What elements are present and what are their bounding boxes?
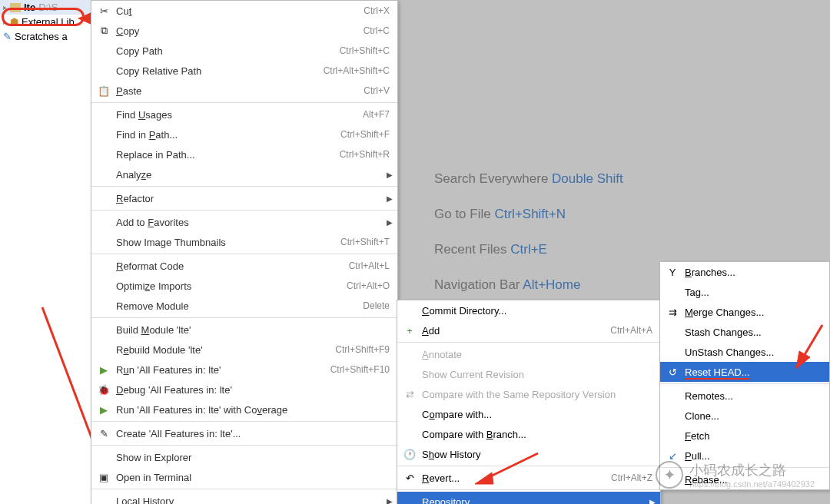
shortcut: Ctrl+Alt+Z <box>611 472 652 483</box>
menu-label: Debug 'All Features in: lte' <box>116 384 390 396</box>
shortcut: Ctrl+X <box>364 5 390 16</box>
menu-label: Compare with Branch... <box>422 429 652 440</box>
menu-label: Show in Explorer <box>116 452 390 463</box>
menu-item[interactable]: ▶Run 'All Features in: lte'Ctrl+Shift+F1… <box>91 360 397 380</box>
menu-item[interactable]: ▣Open in Terminal <box>91 467 397 487</box>
svg-marker-5 <box>475 472 493 484</box>
menu-label: Local History <box>116 496 390 505</box>
menu-label: Replace in Path... <box>116 149 340 161</box>
menu-item[interactable]: +AddCtrl+Alt+A <box>397 320 660 340</box>
menu-label: Tag... <box>685 287 822 298</box>
menu-item[interactable]: YBranches... <box>660 262 829 282</box>
copy-icon: ⧉ <box>98 25 110 37</box>
shortcut: Ctrl+Shift+F <box>340 129 390 140</box>
menu-item[interactable]: Clone... <box>660 406 829 426</box>
shortcut: Delete <box>363 300 390 311</box>
show-icon: 🕐 <box>403 448 416 460</box>
menu-item[interactable]: 🐞Debug 'All Features in: lte' <box>91 380 397 400</box>
menu-item[interactable]: Show in Explorer <box>91 447 397 467</box>
menu-item[interactable]: 📋PasteCtrl+V <box>91 81 397 101</box>
cut-icon: ✂ <box>98 5 110 17</box>
branches...-icon: Y <box>666 266 679 278</box>
menu-label: Remove Module <box>116 300 363 312</box>
menu-item[interactable]: Replace in Path...Ctrl+Shift+R <box>91 144 397 164</box>
menu-item[interactable]: Copy Relative PathCtrl+Alt+Shift+C <box>91 61 397 81</box>
pull...-icon: ↙ <box>666 449 679 462</box>
menu-item[interactable]: ▶Run 'All Features in: lte' with Coverag… <box>91 400 397 419</box>
compare-icon: ⇄ <box>403 388 416 400</box>
reset-icon: ↺ <box>666 366 679 378</box>
menu-item[interactable]: Local History▶ <box>91 491 397 504</box>
menu-label: Optimize Imports <box>116 280 347 292</box>
menu-item[interactable]: Rebuild Module 'lte'Ctrl+Shift+F9 <box>91 340 397 360</box>
paste-icon: 📋 <box>98 85 110 97</box>
menu-item[interactable]: Add to Favorites▶ <box>91 212 397 232</box>
debug-icon: 🐞 <box>98 383 110 396</box>
menu-item[interactable]: Repository▶ <box>397 492 660 504</box>
create-icon: ✎ <box>98 427 110 439</box>
menu-label: Find in Path... <box>116 129 340 141</box>
menu-label: Rebuild Module 'lte' <box>116 344 335 356</box>
menu-item[interactable]: Build Module 'lte' <box>91 320 397 340</box>
annotation-oval <box>2 8 85 26</box>
menu-item[interactable]: Remotes... <box>660 386 829 406</box>
menu-label: Show Current Revision <box>422 369 652 380</box>
annotation-arrow-icon <box>792 319 830 373</box>
context-menu: ✂CutCtrl+X⧉CopyCtrl+CCopy PathCtrl+Shift… <box>91 0 398 504</box>
menu-item[interactable]: Find UsagesAlt+F7 <box>91 104 397 124</box>
shortcut: Ctrl+Shift+F9 <box>335 344 390 355</box>
run-icon: ▶ <box>98 363 110 376</box>
shortcut: Ctrl+Shift+C <box>340 45 390 56</box>
menu-label: Commit Directory... <box>422 305 652 317</box>
menu-item[interactable]: Commit Directory... <box>397 300 660 320</box>
menu-item[interactable]: Compare with... <box>397 404 660 424</box>
menu-item: Show Current Revision <box>397 364 660 384</box>
menu-item[interactable]: Show Image ThumbnailsCtrl+Shift+T <box>91 232 397 252</box>
submenu-arrow-icon: ▶ <box>387 194 393 203</box>
menu-label: Copy <box>116 25 364 37</box>
menu-item[interactable]: Analyze▶ <box>91 164 397 184</box>
menu-label: Copy Relative Path <box>116 65 324 77</box>
annotation-arrow-icon <box>469 446 546 492</box>
menu-item[interactable]: Compare with Branch... <box>397 424 660 444</box>
menu-label: Clone... <box>685 410 822 422</box>
menu-item[interactable]: Find in Path...Ctrl+Shift+F <box>91 124 397 144</box>
revert...-icon: ↶ <box>403 472 416 484</box>
shortcut: Ctrl+Alt+Shift+C <box>324 65 390 76</box>
shortcut: Ctrl+V <box>364 85 390 96</box>
menu-item[interactable]: ⧉CopyCtrl+C <box>91 21 397 41</box>
menu-item[interactable]: Remove ModuleDelete <box>91 296 397 316</box>
welcome-hints: Search Everywhere Double Shift Go to Fil… <box>434 161 623 303</box>
menu-item[interactable]: Fetch <box>660 426 829 446</box>
menu-label: Paste <box>116 85 364 97</box>
shortcut: Ctrl+C <box>364 25 390 36</box>
menu-label: Compare with... <box>422 409 652 420</box>
menu-item[interactable]: Copy PathCtrl+Shift+C <box>91 41 397 61</box>
merge-icon: ⇉ <box>666 306 679 318</box>
run-icon: ▶ <box>98 403 110 416</box>
menu-item[interactable]: ✂CutCtrl+X <box>91 1 397 21</box>
repository-submenu: YBranches...Tag...⇉Merge Changes...Stash… <box>659 261 830 490</box>
submenu-arrow-icon: ▶ <box>387 171 393 179</box>
menu-item[interactable]: ✎Create 'All Features in: lte'... <box>91 423 397 443</box>
add-icon: + <box>403 324 416 337</box>
submenu-arrow-icon: ▶ <box>387 218 393 227</box>
submenu-arrow-icon: ▶ <box>387 497 393 505</box>
menu-label: Run 'All Features in: lte' <box>116 364 330 376</box>
menu-label: Run 'All Features in: lte' with Coverage <box>116 404 390 416</box>
menu-label: Create 'All Features in: lte'... <box>116 428 390 439</box>
menu-label: Repository <box>422 496 652 505</box>
wechat-icon: ✦ <box>656 461 683 489</box>
menu-label: Compare with the Same Repository Version <box>422 389 652 400</box>
menu-item[interactable]: Optimize ImportsCtrl+Alt+O <box>91 276 397 296</box>
watermark: ✦ 小码农成长之路 https://blog.csdn.net/a7494029… <box>656 461 815 489</box>
menu-item[interactable]: Tag... <box>660 282 829 302</box>
menu-label: Fetch <box>685 430 822 442</box>
menu-item[interactable]: Reformat CodeCtrl+Alt+L <box>91 256 397 276</box>
menu-label: Add <box>422 325 610 337</box>
submenu-arrow-icon: ▶ <box>649 498 656 505</box>
menu-label: Annotate <box>422 349 652 360</box>
menu-label: Remotes... <box>685 390 822 402</box>
menu-label: Show Image Thumbnails <box>116 237 340 248</box>
menu-item[interactable]: Refactor▶ <box>91 188 397 208</box>
